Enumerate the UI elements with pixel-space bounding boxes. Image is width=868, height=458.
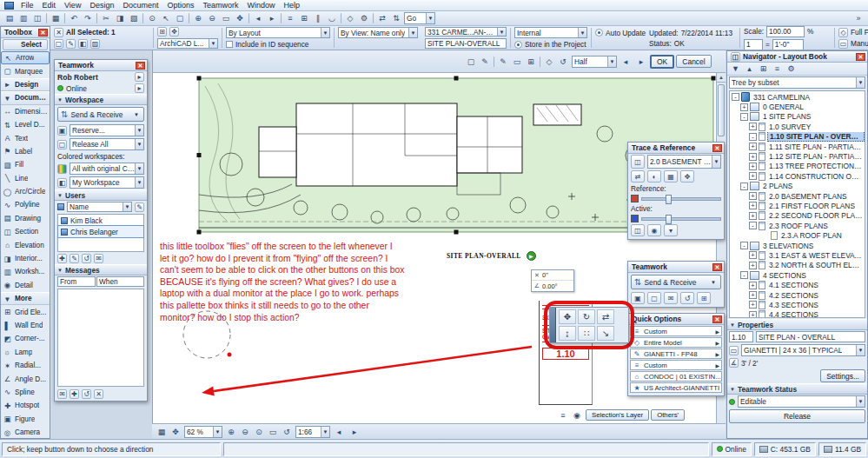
pan-icon[interactable]: ✥ xyxy=(233,12,247,24)
toolbox-item[interactable]: ▾ Document xyxy=(1,91,50,104)
next-icon[interactable]: ▸ xyxy=(634,56,648,68)
close-icon[interactable]: ✕ xyxy=(136,62,145,70)
tree-item[interactable]: + 1.11 SITE PLAN - PARTIAL EAST xyxy=(730,142,865,151)
switch-reference-icon[interactable]: ⇄ xyxy=(631,170,645,183)
map-view-icon[interactable]: ⊞ xyxy=(757,63,770,75)
separator[interactable] xyxy=(64,13,65,23)
toolbox-item[interactable]: ▤ Drawing xyxy=(1,212,50,225)
prev-view-icon[interactable]: ◂ xyxy=(251,12,265,24)
copy-icon[interactable]: ◨ xyxy=(113,12,127,24)
settings-button[interactable]: Settings... xyxy=(820,369,865,382)
menu-item[interactable]: Options xyxy=(162,1,198,10)
visibility-icon[interactable]: ◉ xyxy=(647,224,661,236)
toolbox-item[interactable]: ▣ Figure xyxy=(1,413,50,426)
tree-twisty[interactable]: + xyxy=(740,103,748,111)
workspace-section-header[interactable]: ▼Workspace xyxy=(55,94,147,105)
linked-marker-icon[interactable]: ▶ xyxy=(527,251,536,261)
teamwork-mini-titlebar[interactable]: Teamwork✕ xyxy=(628,262,724,273)
quick-option-row[interactable]: ≡ Custom ▶ xyxy=(630,360,722,370)
tree-item[interactable]: 2.3.A ROOF PLAN xyxy=(730,230,865,240)
tree-item[interactable]: + 1.0 SURVEY xyxy=(730,122,865,131)
toolbox-item[interactable]: ⌂ Elevation xyxy=(1,238,50,251)
pen-set-dropdown[interactable]: ArchiCAD L...▼ xyxy=(157,38,218,49)
tree-twisty[interactable]: - xyxy=(740,271,748,279)
tree-item[interactable]: - 3 ELEVATIONS xyxy=(730,241,865,250)
zoom-level-dropdown[interactable]: 62 %▼ xyxy=(184,426,222,438)
toolbox-item[interactable]: ⚑ Label xyxy=(1,145,50,158)
tree-twisty[interactable]: - xyxy=(749,222,757,229)
inject-parameters-icon[interactable]: ▨ xyxy=(90,39,100,49)
toolbox-item[interactable]: ▸ Design xyxy=(1,78,50,91)
send-receive-button[interactable]: ⇅Send & Receive▼ xyxy=(631,275,721,289)
zoom-in-icon[interactable]: ⊕ xyxy=(191,12,205,24)
active-color-swatch[interactable] xyxy=(631,215,639,222)
tree-twisty[interactable]: - xyxy=(749,133,757,141)
messages-when-header[interactable]: When xyxy=(96,276,144,287)
grid-icon[interactable]: ⊞ xyxy=(297,12,311,24)
nav-preview-icon[interactable]: ▦ xyxy=(155,426,169,438)
toolbox-item[interactable]: ∿ Spline xyxy=(1,386,50,399)
tree-item[interactable]: + 3.2 NORTH & SOUTH ELEVATION xyxy=(730,261,865,270)
scale-input[interactable] xyxy=(766,26,805,37)
pen-icon[interactable]: ✎ xyxy=(496,56,510,68)
pan-icon[interactable]: ✥ xyxy=(169,426,182,438)
toolbox-item[interactable]: ▢ Marquee xyxy=(1,64,50,77)
ghost-icon[interactable]: ◐ xyxy=(647,170,661,183)
toolbox-item[interactable]: ∿ Polyline xyxy=(1,198,50,211)
auto-update-radio[interactable] xyxy=(595,29,603,37)
refresh-users-icon[interactable]: ↺ xyxy=(82,254,91,263)
palette-grip[interactable] xyxy=(550,308,556,342)
color-mode-dropdown[interactable]: All with original Color▼ xyxy=(70,163,144,175)
refresh-messages-icon[interactable]: ↺ xyxy=(82,389,91,399)
layout-name-field[interactable]: SITE PLAN - OVERALL xyxy=(756,331,865,342)
toolbox-item[interactable]: ◩ Corner-... xyxy=(1,332,50,345)
paste-icon[interactable]: ▧ xyxy=(127,12,141,24)
grid-small-icon[interactable]: ⊞ xyxy=(157,27,167,37)
release-all-dropdown[interactable]: Release All▼ xyxy=(70,138,144,150)
menu-item[interactable]: Design xyxy=(85,1,118,10)
quick-option-row[interactable]: ≡ Custom ▶ xyxy=(630,326,722,336)
previous-zoom-icon[interactable]: ↺ xyxy=(280,426,294,438)
reference-intensity-slider[interactable] xyxy=(641,197,721,201)
new-icon[interactable]: ▤ xyxy=(3,12,17,24)
send-receive-button[interactable]: ⇅Send & Receive▼ xyxy=(57,107,144,122)
tree-item[interactable]: - 2 PLANS xyxy=(730,182,865,191)
tree-twisty[interactable]: + xyxy=(749,192,757,200)
marquee-toggle-icon[interactable]: ▢ xyxy=(464,56,478,68)
project-chooser-icon[interactable]: ▼ xyxy=(729,63,742,75)
zoom-out-icon[interactable]: ⊖ xyxy=(238,426,252,438)
messages-from-header[interactable]: From xyxy=(57,276,96,287)
tree-twisty[interactable]: + xyxy=(749,172,757,180)
settings-icon[interactable]: ⚙ xyxy=(357,12,371,24)
user-expand-icon[interactable]: ▸ xyxy=(135,72,144,82)
tree-item[interactable]: - 1.10 SITE PLAN - OVERALL xyxy=(730,132,865,142)
toolbox-item[interactable]: ◨ Interior... xyxy=(1,252,50,265)
tree-item[interactable]: + 0 GENERAL xyxy=(730,102,865,111)
open-icon[interactable]: ▥ xyxy=(17,12,30,24)
tree-twisty[interactable]: - xyxy=(740,183,748,190)
separator[interactable] xyxy=(46,13,47,23)
quick-option-row[interactable]: ◇ Entire Model ▶ xyxy=(630,337,722,348)
menu-item[interactable]: Teamwork xyxy=(198,1,242,10)
tree-twisty[interactable]: + xyxy=(749,163,757,170)
fill-toggle-icon[interactable]: ▦ xyxy=(664,170,678,183)
close-icon[interactable]: ✕ xyxy=(856,53,865,61)
multiply-icon[interactable]: ∷ xyxy=(578,326,595,341)
new-message-icon[interactable]: ✉ xyxy=(57,389,67,399)
toolbox-item[interactable]: ◎ Camera xyxy=(1,426,50,439)
grid-snap-icon[interactable]: ⊞ xyxy=(524,56,538,68)
layout-id-field[interactable]: 1.10 xyxy=(729,331,753,342)
reply-message-icon[interactable]: ✚ xyxy=(70,389,79,399)
teamwork-titlebar[interactable]: Teamwork✕ xyxy=(55,60,147,71)
cut-icon[interactable]: ✂ xyxy=(99,12,113,24)
separator[interactable] xyxy=(373,13,374,23)
toolbox-item[interactable]: ↔ Dimension xyxy=(1,105,50,118)
user-row[interactable]: Chris Belanger xyxy=(58,226,143,237)
tree-twisty[interactable]: + xyxy=(749,301,757,309)
next-view-icon[interactable]: ▸ xyxy=(265,12,279,24)
go-dropdown[interactable]: Go▼ xyxy=(404,12,435,24)
toolbox-titlebar[interactable]: Toolbox✕ xyxy=(1,27,50,38)
drawing-id-dropdown[interactable]: 331 CARME...AN-OVERALL▼ xyxy=(425,27,507,37)
more-options-icon[interactable]: ▾ xyxy=(664,224,678,236)
preview-icon[interactable]: ◇ xyxy=(542,56,556,68)
